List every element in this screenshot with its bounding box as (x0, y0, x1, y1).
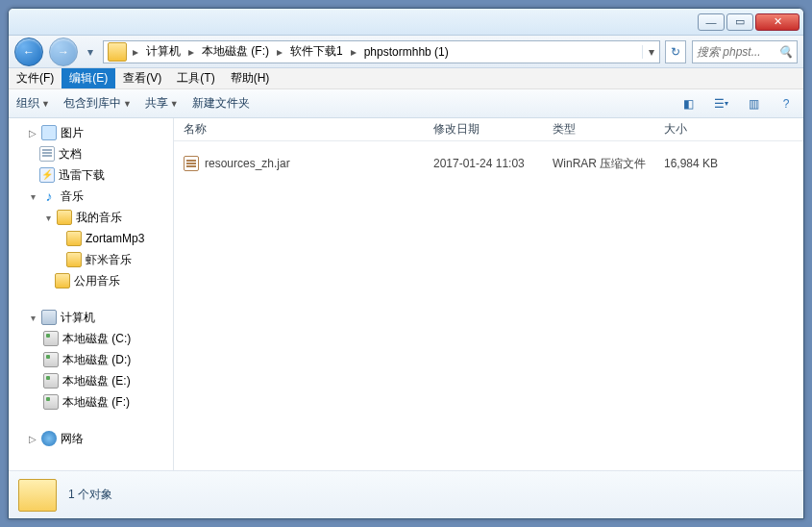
refresh-icon: ↻ (671, 45, 680, 59)
file-name: resources_zh.jar (205, 157, 290, 170)
details-pane-button[interactable]: ▥ (744, 94, 763, 113)
network-icon (41, 431, 57, 446)
search-box[interactable]: 🔍 (692, 40, 798, 63)
tree-pictures[interactable]: ▷ 图片 (9, 122, 173, 143)
menu-edit[interactable]: 编辑(E) (62, 68, 115, 88)
navigation-tree[interactable]: ▷ 图片 文档 ⚡ 迅雷下载 ▾ ♪ 音乐 ▾ 我的音乐 (9, 118, 174, 470)
history-dropdown[interactable]: ▾ (84, 39, 97, 64)
preview-pane-button[interactable]: ◧ (678, 94, 698, 113)
minimize-button[interactable]: — (698, 13, 725, 31)
menu-file[interactable]: 文件(F) (9, 68, 62, 88)
expand-icon[interactable]: ▷ (28, 128, 37, 138)
explorer-body: ▷ 图片 文档 ⚡ 迅雷下载 ▾ ♪ 音乐 ▾ 我的音乐 (9, 118, 803, 470)
navigation-bar: ← → ▾ ▸ 计算机 ▸ 本地磁盘 (F:) ▸ 软件下载1 ▸ phpsto… (9, 36, 803, 68)
tree-xunlei[interactable]: ⚡ 迅雷下载 (9, 164, 173, 186)
forward-button[interactable]: → (49, 38, 78, 66)
breadcrumb: ▸ 计算机 ▸ 本地磁盘 (F:) ▸ 软件下载1 ▸ phpstormhhb … (131, 41, 642, 63)
help-button[interactable]: ? (776, 94, 796, 113)
tree-label: 音乐 (61, 188, 84, 205)
view-options-button[interactable]: ☰▾ (711, 94, 730, 113)
tree-my-music[interactable]: ▾ 我的音乐 (9, 207, 173, 228)
tree-label: ZortamMp3 (86, 232, 144, 245)
toolbar-label: 共享 (145, 95, 168, 112)
tree-network[interactable]: ▷ 网络 (9, 428, 173, 449)
command-toolbar: 组织 ▼ 包含到库中 ▼ 共享 ▼ 新建文件夹 ◧ ☰▾ ▥ ? (9, 89, 803, 118)
menu-view[interactable]: 查看(V) (115, 68, 169, 88)
menu-tools[interactable]: 工具(T) (169, 68, 222, 88)
folder-icon (66, 231, 82, 246)
organize-button[interactable]: 组织 ▼ (16, 95, 50, 112)
column-type[interactable]: 类型 (543, 121, 654, 138)
status-bar: 1 个对象 (9, 470, 803, 518)
collapse-icon[interactable]: ▾ (28, 313, 37, 323)
tree-label: 计算机 (61, 310, 95, 326)
breadcrumb-segment[interactable]: 软件下载1 (284, 41, 349, 63)
include-in-library-button[interactable]: 包含到库中 ▼ (63, 95, 132, 112)
search-icon: 🔍 (778, 45, 793, 59)
arrow-right-icon: → (58, 45, 69, 59)
status-text: 1 个对象 (68, 487, 112, 503)
folder-icon (108, 42, 127, 62)
tree-music[interactable]: ▾ ♪ 音乐 (9, 186, 173, 207)
tree-label: 本地磁盘 (E:) (62, 373, 131, 389)
drive-icon (43, 352, 59, 367)
chevron-right-icon: ▸ (349, 45, 358, 59)
tree-drive-f[interactable]: 本地磁盘 (F:) (9, 391, 173, 413)
tree-label: 公用音乐 (74, 273, 120, 289)
toolbar-label: 新建文件夹 (192, 95, 250, 112)
toolbar-label: 包含到库中 (63, 95, 121, 112)
breadcrumb-segment[interactable]: 计算机 (140, 41, 186, 63)
tree-drive-d[interactable]: 本地磁盘 (D:) (9, 349, 173, 370)
tree-label: 文档 (59, 146, 82, 163)
archive-file-icon (184, 156, 199, 171)
tree-computer[interactable]: ▾ 计算机 (9, 307, 173, 328)
file-size: 16,984 KB (654, 157, 741, 170)
tree-label: 虾米音乐 (86, 252, 132, 268)
breadcrumb-segment[interactable]: 本地磁盘 (F:) (196, 41, 275, 63)
address-bar[interactable]: ▸ 计算机 ▸ 本地磁盘 (F:) ▸ 软件下载1 ▸ phpstormhhb … (103, 40, 660, 63)
column-size[interactable]: 大小 (654, 121, 741, 138)
file-type: WinRAR 压缩文件 (543, 156, 654, 172)
column-name[interactable]: 名称 (174, 121, 424, 138)
share-button[interactable]: 共享 ▼ (145, 95, 179, 112)
folder-icon (66, 252, 82, 267)
close-button[interactable]: ✕ (755, 13, 800, 31)
drive-icon (43, 373, 59, 389)
drive-icon (43, 394, 59, 410)
search-input[interactable] (697, 45, 774, 59)
tree-label: 网络 (61, 431, 84, 447)
menu-bar: 文件(F) 编辑(E) 查看(V) 工具(T) 帮助(H) (9, 68, 803, 89)
maximize-button[interactable]: ▭ (726, 13, 753, 31)
folder-icon (57, 210, 72, 225)
music-icon: ♪ (41, 188, 57, 204)
file-date: 2017-01-24 11:03 (424, 157, 543, 170)
new-folder-button[interactable]: 新建文件夹 (192, 95, 250, 112)
collapse-icon[interactable]: ▾ (43, 213, 53, 223)
drive-icon (43, 331, 59, 346)
arrow-left-icon: ← (23, 45, 35, 59)
collapse-icon[interactable]: ▾ (28, 191, 37, 202)
computer-icon (41, 310, 57, 325)
tree-label: 本地磁盘 (C:) (62, 331, 131, 347)
tree-drive-c[interactable]: 本地磁盘 (C:) (9, 328, 173, 349)
tree-label: 迅雷下载 (59, 167, 105, 184)
back-button[interactable]: ← (14, 38, 43, 66)
tree-public-music[interactable]: 公用音乐 (9, 270, 173, 291)
tree-zortam[interactable]: ZortamMp3 (9, 228, 173, 249)
tree-documents[interactable]: 文档 (9, 143, 173, 164)
menu-help[interactable]: 帮助(H) (223, 68, 278, 88)
file-list[interactable]: resources_zh.jar 2017-01-24 11:03 WinRAR… (174, 141, 803, 470)
tree-drive-e[interactable]: 本地磁盘 (E:) (9, 370, 173, 391)
tree-label: 本地磁盘 (D:) (62, 352, 131, 368)
chevron-right-icon: ▸ (186, 45, 196, 59)
chevron-down-icon: ▼ (123, 99, 132, 109)
refresh-button[interactable]: ↻ (665, 40, 686, 63)
toolbar-label: 组织 (16, 95, 39, 112)
breadcrumb-segment[interactable]: phpstormhhb (1) (358, 41, 455, 63)
column-date[interactable]: 修改日期 (424, 121, 543, 138)
address-dropdown[interactable]: ▾ (642, 45, 659, 59)
file-row[interactable]: resources_zh.jar 2017-01-24 11:03 WinRAR… (174, 153, 803, 174)
tree-xiami[interactable]: 虾米音乐 (9, 249, 173, 270)
expand-icon[interactable]: ▷ (28, 434, 37, 444)
titlebar: — ▭ ✕ (9, 9, 803, 36)
